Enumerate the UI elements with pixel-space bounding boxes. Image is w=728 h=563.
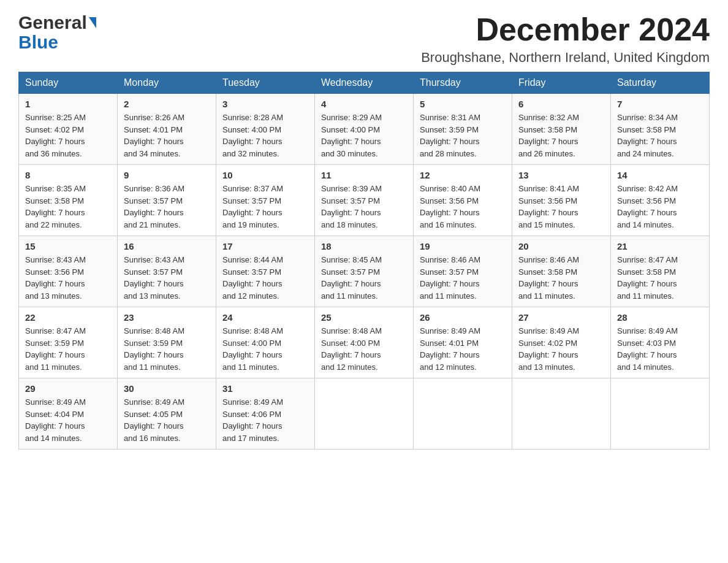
day-number: 4: [321, 99, 407, 109]
day-number: 21: [617, 241, 703, 251]
day-number: 24: [222, 312, 308, 323]
calendar-cell: 22 Sunrise: 8:47 AM Sunset: 3:59 PM Dayl…: [19, 307, 118, 378]
day-info: Sunrise: 8:44 AM Sunset: 3:57 PM Dayligh…: [222, 254, 308, 302]
day-info: Sunrise: 8:42 AM Sunset: 3:56 PM Dayligh…: [617, 183, 703, 231]
calendar-cell: 24 Sunrise: 8:48 AM Sunset: 4:00 PM Dayl…: [216, 307, 315, 378]
calendar-cell: 31 Sunrise: 8:49 AM Sunset: 4:06 PM Dayl…: [216, 378, 315, 450]
day-number: 16: [124, 241, 210, 251]
day-info: Sunrise: 8:48 AM Sunset: 4:00 PM Dayligh…: [321, 325, 407, 373]
day-info: Sunrise: 8:25 AM Sunset: 4:02 PM Dayligh…: [25, 112, 111, 159]
calendar-cell: 7 Sunrise: 8:34 AM Sunset: 3:58 PM Dayli…: [611, 94, 710, 165]
day-info: Sunrise: 8:49 AM Sunset: 4:06 PM Dayligh…: [222, 396, 308, 444]
calendar-cell: 1 Sunrise: 8:25 AM Sunset: 4:02 PM Dayli…: [19, 94, 118, 165]
calendar-cell: 27 Sunrise: 8:49 AM Sunset: 4:02 PM Dayl…: [512, 307, 611, 378]
day-number: 9: [124, 170, 210, 180]
day-info: Sunrise: 8:46 AM Sunset: 3:57 PM Dayligh…: [420, 254, 506, 302]
day-number: 10: [222, 170, 308, 180]
day-number: 12: [420, 170, 506, 180]
day-number: 14: [617, 170, 703, 180]
calendar-cell: 8 Sunrise: 8:35 AM Sunset: 3:58 PM Dayli…: [19, 165, 118, 236]
day-number: 29: [25, 383, 111, 394]
day-info: Sunrise: 8:48 AM Sunset: 4:00 PM Dayligh…: [222, 325, 308, 373]
day-number: 11: [321, 170, 407, 180]
day-number: 7: [617, 99, 703, 109]
calendar-cell: 12 Sunrise: 8:40 AM Sunset: 3:56 PM Dayl…: [414, 165, 512, 236]
calendar-cell: 21 Sunrise: 8:47 AM Sunset: 3:58 PM Dayl…: [611, 236, 710, 307]
day-info: Sunrise: 8:48 AM Sunset: 3:59 PM Dayligh…: [124, 325, 210, 373]
day-number: 2: [124, 99, 210, 109]
weekday-header-wednesday: Wednesday: [315, 72, 414, 94]
day-info: Sunrise: 8:49 AM Sunset: 4:03 PM Dayligh…: [617, 325, 703, 373]
day-number: 8: [25, 170, 111, 180]
calendar-cell: [611, 378, 710, 450]
calendar-cell: 17 Sunrise: 8:44 AM Sunset: 3:57 PM Dayl…: [216, 236, 315, 307]
calendar-cell: 25 Sunrise: 8:48 AM Sunset: 4:00 PM Dayl…: [315, 307, 414, 378]
day-info: Sunrise: 8:49 AM Sunset: 4:02 PM Dayligh…: [518, 325, 604, 373]
calendar-cell: 19 Sunrise: 8:46 AM Sunset: 3:57 PM Dayl…: [414, 236, 512, 307]
logo-blue-text: Blue: [18, 32, 96, 53]
day-info: Sunrise: 8:43 AM Sunset: 3:56 PM Dayligh…: [25, 254, 111, 302]
day-info: Sunrise: 8:47 AM Sunset: 3:59 PM Dayligh…: [25, 325, 111, 373]
day-info: Sunrise: 8:49 AM Sunset: 4:01 PM Dayligh…: [420, 325, 506, 373]
calendar-cell: 6 Sunrise: 8:32 AM Sunset: 3:58 PM Dayli…: [512, 94, 611, 165]
calendar-cell: 30 Sunrise: 8:49 AM Sunset: 4:05 PM Dayl…: [118, 378, 216, 450]
day-info: Sunrise: 8:35 AM Sunset: 3:58 PM Dayligh…: [25, 183, 111, 231]
day-number: 28: [617, 312, 703, 323]
day-number: 25: [321, 312, 407, 323]
logo: General Blue: [18, 12, 96, 53]
day-info: Sunrise: 8:26 AM Sunset: 4:01 PM Dayligh…: [124, 112, 210, 159]
calendar-week-row: 8 Sunrise: 8:35 AM Sunset: 3:58 PM Dayli…: [19, 165, 710, 236]
day-info: Sunrise: 8:41 AM Sunset: 3:56 PM Dayligh…: [518, 183, 604, 231]
day-info: Sunrise: 8:37 AM Sunset: 3:57 PM Dayligh…: [222, 183, 308, 231]
calendar-cell: 2 Sunrise: 8:26 AM Sunset: 4:01 PM Dayli…: [118, 94, 216, 165]
day-number: 22: [25, 312, 111, 323]
calendar-cell: 3 Sunrise: 8:28 AM Sunset: 4:00 PM Dayli…: [216, 94, 315, 165]
calendar-cell: 9 Sunrise: 8:36 AM Sunset: 3:57 PM Dayli…: [118, 165, 216, 236]
calendar-cell: 15 Sunrise: 8:43 AM Sunset: 3:56 PM Dayl…: [19, 236, 118, 307]
day-info: Sunrise: 8:28 AM Sunset: 4:00 PM Dayligh…: [222, 112, 308, 159]
day-number: 1: [25, 99, 111, 109]
calendar-cell: [414, 378, 512, 450]
day-number: 3: [222, 99, 308, 109]
title-block: December 2024 Broughshane, Northern Irel…: [421, 12, 710, 66]
day-info: Sunrise: 8:43 AM Sunset: 3:57 PM Dayligh…: [124, 254, 210, 302]
calendar-cell: 20 Sunrise: 8:46 AM Sunset: 3:58 PM Dayl…: [512, 236, 611, 307]
calendar-cell: 29 Sunrise: 8:49 AM Sunset: 4:04 PM Dayl…: [19, 378, 118, 450]
day-info: Sunrise: 8:49 AM Sunset: 4:04 PM Dayligh…: [25, 396, 111, 444]
calendar-cell: [315, 378, 414, 450]
calendar-cell: 26 Sunrise: 8:49 AM Sunset: 4:01 PM Dayl…: [414, 307, 512, 378]
weekday-header-friday: Friday: [512, 72, 611, 94]
day-number: 19: [420, 241, 506, 251]
day-info: Sunrise: 8:36 AM Sunset: 3:57 PM Dayligh…: [124, 183, 210, 231]
calendar-cell: 4 Sunrise: 8:29 AM Sunset: 4:00 PM Dayli…: [315, 94, 414, 165]
weekday-header-tuesday: Tuesday: [216, 72, 315, 94]
calendar-week-row: 1 Sunrise: 8:25 AM Sunset: 4:02 PM Dayli…: [19, 94, 710, 165]
day-number: 23: [124, 312, 210, 323]
calendar-cell: 23 Sunrise: 8:48 AM Sunset: 3:59 PM Dayl…: [118, 307, 216, 378]
calendar-week-row: 22 Sunrise: 8:47 AM Sunset: 3:59 PM Dayl…: [19, 307, 710, 378]
day-info: Sunrise: 8:31 AM Sunset: 3:59 PM Dayligh…: [420, 112, 506, 159]
weekday-header-sunday: Sunday: [19, 72, 118, 94]
calendar-cell: [512, 378, 611, 450]
calendar-cell: 11 Sunrise: 8:39 AM Sunset: 3:57 PM Dayl…: [315, 165, 414, 236]
day-number: 20: [518, 241, 604, 251]
day-number: 5: [420, 99, 506, 109]
calendar-week-row: 15 Sunrise: 8:43 AM Sunset: 3:56 PM Dayl…: [19, 236, 710, 307]
day-info: Sunrise: 8:40 AM Sunset: 3:56 PM Dayligh…: [420, 183, 506, 231]
page-header: General Blue December 2024 Broughshane, …: [18, 12, 710, 66]
calendar-week-row: 29 Sunrise: 8:49 AM Sunset: 4:04 PM Dayl…: [19, 378, 710, 450]
logo-triangle-icon: [89, 17, 96, 28]
day-number: 31: [222, 383, 308, 394]
weekday-header-row: SundayMondayTuesdayWednesdayThursdayFrid…: [19, 72, 710, 94]
day-number: 13: [518, 170, 604, 180]
month-title: December 2024: [421, 12, 710, 47]
day-info: Sunrise: 8:29 AM Sunset: 4:00 PM Dayligh…: [321, 112, 407, 159]
day-info: Sunrise: 8:46 AM Sunset: 3:58 PM Dayligh…: [518, 254, 604, 302]
day-info: Sunrise: 8:39 AM Sunset: 3:57 PM Dayligh…: [321, 183, 407, 231]
calendar-cell: 28 Sunrise: 8:49 AM Sunset: 4:03 PM Dayl…: [611, 307, 710, 378]
calendar-table: SundayMondayTuesdayWednesdayThursdayFrid…: [18, 72, 710, 450]
calendar-cell: 18 Sunrise: 8:45 AM Sunset: 3:57 PM Dayl…: [315, 236, 414, 307]
day-number: 18: [321, 241, 407, 251]
weekday-header-monday: Monday: [118, 72, 216, 94]
day-number: 26: [420, 312, 506, 323]
